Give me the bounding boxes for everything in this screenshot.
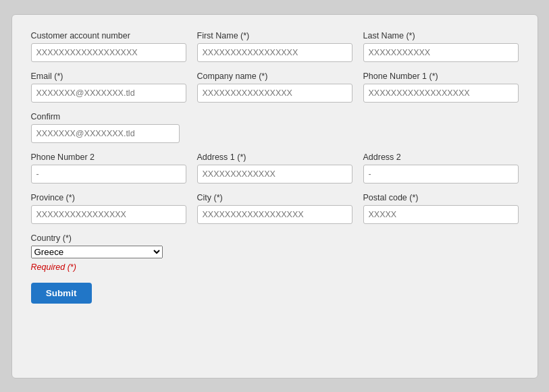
country-label: Country (*) [31,233,163,243]
customer-account-input[interactable] [31,43,186,62]
postal-code-group: Postal code (*) [363,193,519,224]
email-label: Email (*) [31,72,186,81]
first-name-group: First Name (*) [197,31,352,62]
address-2-label: Address 2 [363,152,519,162]
last-name-group: Last Name (*) [363,31,519,62]
address-2-input[interactable] [363,165,519,184]
company-name-group: Company name (*) [197,72,352,103]
phone-number-2-input[interactable] [31,165,186,184]
company-name-label: Company name (*) [197,72,352,81]
row-4: Province (*) City (*) Postal code (*) [31,193,519,224]
form-container: Customer account number First Name (*) L… [11,14,538,379]
required-note: Required (*) [31,262,519,272]
submit-button[interactable]: Submit [31,283,92,304]
address-1-group: Address 1 (*) [197,152,352,184]
email-input[interactable] [31,84,186,103]
address-2-group: Address 2 [363,152,519,184]
company-name-input[interactable] [197,84,352,103]
province-group: Province (*) [31,193,186,224]
last-name-input[interactable] [363,43,519,62]
confirm-input[interactable] [31,124,180,143]
country-select[interactable]: Greece Germany France Spain Italy [31,246,163,258]
customer-account-group: Customer account number [31,31,186,62]
confirm-group: Confirm [31,112,180,143]
phone-number-2-group: Phone Number 2 [31,152,186,184]
country-row: Country (*) Greece Germany France Spain … [31,233,519,258]
email-group: Email (*) [31,72,186,103]
address-1-label: Address 1 (*) [197,152,352,162]
row-1: Customer account number First Name (*) L… [31,31,519,62]
last-name-label: Last Name (*) [363,31,519,40]
city-group: City (*) [197,193,352,224]
phone-number-1-input[interactable] [363,84,519,103]
city-label: City (*) [197,193,352,202]
city-input[interactable] [197,205,352,224]
postal-code-label: Postal code (*) [363,193,519,202]
address-1-input[interactable] [197,165,352,184]
first-name-input[interactable] [197,43,352,62]
customer-account-label: Customer account number [31,31,186,40]
postal-code-input[interactable] [363,205,519,224]
confirm-row: Confirm [31,112,519,143]
province-input[interactable] [31,205,186,224]
first-name-label: First Name (*) [197,31,352,40]
phone-number-2-label: Phone Number 2 [31,152,186,162]
province-label: Province (*) [31,193,186,202]
phone-number-1-label: Phone Number 1 (*) [363,72,519,81]
row-3: Phone Number 2 Address 1 (*) Address 2 [31,152,519,184]
confirm-label: Confirm [31,112,180,121]
phone-number-1-group: Phone Number 1 (*) [363,72,519,103]
country-group: Country (*) Greece Germany France Spain … [31,233,163,258]
row-2: Email (*) Company name (*) Phone Number … [31,72,519,103]
